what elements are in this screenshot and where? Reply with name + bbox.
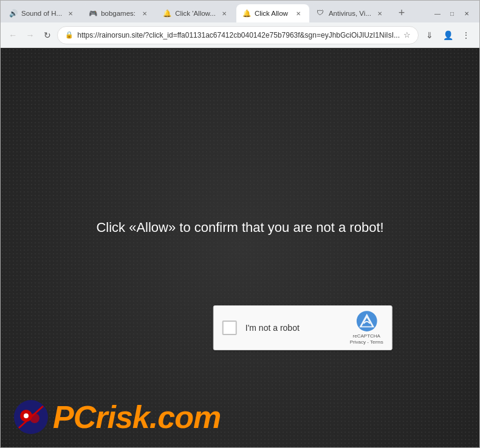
recaptcha-widget: I'm not a robot reCAPTCHA Privacy - Term… — [213, 305, 393, 350]
tab-favicon-bobgames: 🎮 — [89, 9, 97, 18]
bookmark-icon[interactable]: ☆ — [403, 30, 411, 39]
recaptcha-logo-icon — [355, 310, 377, 332]
minimize-button[interactable]: — — [431, 7, 444, 20]
watermark-text: PCrisk.com — [53, 401, 221, 433]
recaptcha-logo-area: reCAPTCHA Privacy - Terms — [350, 310, 383, 346]
page-content: Click «Allow» to confirm that you are no… — [1, 48, 479, 447]
tab-click-allow-old[interactable]: 🔔 Click 'Allow... ✕ — [157, 4, 235, 22]
svg-point-4 — [24, 413, 29, 418]
tab-close-bobgames[interactable]: ✕ — [140, 8, 149, 18]
tab-favicon-antivirus: 🛡 — [317, 9, 325, 18]
pcrisk-logo-icon — [13, 399, 49, 435]
recaptcha-brand: reCAPTCHA Privacy - Terms — [350, 333, 383, 346]
navigation-bar: ← → ↻ 🔒 https://rainorsun.site/?click_id… — [1, 22, 479, 48]
tab-sound[interactable]: 🔊 Sound of H... ✕ — [3, 4, 81, 22]
watermark-prefix: PC — [53, 399, 95, 435]
tab-close-sound[interactable]: ✕ — [66, 8, 75, 18]
nav-actions: ⇓ 👤 ⋮ — [421, 27, 475, 44]
back-button[interactable]: ← — [5, 27, 20, 44]
tab-close-click-allow[interactable]: ✕ — [293, 8, 303, 18]
watermark-suffix: risk.com — [95, 399, 221, 435]
tab-title-sound: Sound of H... — [21, 10, 62, 17]
new-tab-button[interactable]: + — [393, 4, 410, 21]
tab-favicon-sound: 🔊 — [9, 9, 18, 18]
download-button[interactable]: ⇓ — [421, 27, 438, 44]
window-controls: — □ ✕ — [431, 7, 477, 22]
tab-click-allow[interactable]: 🔔 Click Allow ✕ — [236, 4, 309, 22]
watermark: PCrisk.com — [13, 399, 221, 435]
tab-title-bobgames: bobgames: — [101, 10, 136, 17]
main-message: Click «Allow» to confirm that you are no… — [96, 220, 383, 236]
reload-button[interactable]: ↻ — [40, 27, 55, 44]
tab-title-click-allow: Click Allow — [255, 10, 290, 17]
menu-button[interactable]: ⋮ — [458, 27, 475, 44]
address-bar[interactable]: 🔒 https://rainorsun.site/?click_id=ffa01… — [57, 26, 419, 44]
security-icon: 🔒 — [65, 31, 74, 39]
tab-title-antivirus: Antivirus, Vi... — [329, 10, 371, 17]
browser-window: 🔊 Sound of H... ✕ 🎮 bobgames: ✕ 🔔 Click … — [0, 0, 480, 448]
tab-bobgames[interactable]: 🎮 bobgames: ✕ — [83, 4, 156, 22]
forward-button[interactable]: → — [22, 27, 37, 44]
tab-antivirus[interactable]: 🛡 Antivirus, Vi... ✕ — [310, 4, 391, 22]
tab-close-antivirus[interactable]: ✕ — [375, 8, 385, 18]
tab-close-click-allow-old[interactable]: ✕ — [219, 8, 229, 18]
tab-favicon-click-allow: 🔔 — [242, 9, 251, 18]
profile-button[interactable]: 👤 — [439, 27, 456, 44]
url-text: https://rainorsun.site/?click_id=ffa0113… — [77, 31, 400, 39]
recaptcha-checkbox[interactable] — [222, 321, 237, 335]
recaptcha-label: I'm not a robot — [245, 323, 350, 333]
tab-title-click-allow-old: Click 'Allow... — [175, 10, 216, 17]
maximize-button[interactable]: □ — [445, 7, 459, 20]
tab-bar: 🔊 Sound of H... ✕ 🎮 bobgames: ✕ 🔔 Click … — [1, 1, 479, 22]
tab-favicon-click-allow-old: 🔔 — [163, 9, 171, 18]
close-button[interactable]: ✕ — [460, 7, 473, 20]
